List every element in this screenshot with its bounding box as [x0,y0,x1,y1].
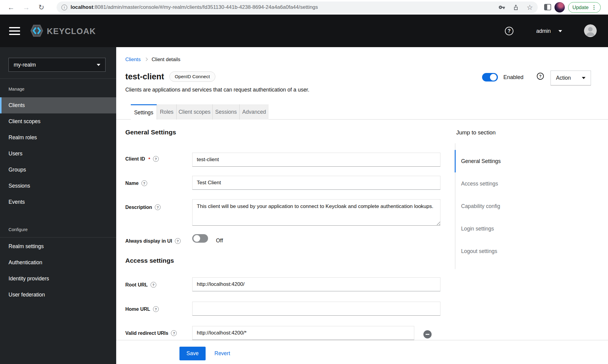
keycloak-admin-console: ← → ↻ i localhost:8081/admin/master/cons… [0,0,608,364]
page-subtitle: Clients are applications and services th… [125,87,309,93]
section-label-manage: Manage [9,87,24,92]
bookmark-star-icon[interactable]: ☆ [526,4,533,11]
jump-item-logout-settings[interactable]: Logout settings [455,240,583,262]
client-id-field[interactable] [192,153,440,167]
realm-name: my-realm [14,62,36,68]
sidebar-item-events[interactable]: Events [0,194,116,210]
user-avatar[interactable] [584,24,597,37]
section-label-configure: Configure [9,227,28,232]
jump-item-login-settings[interactable]: Login settings [455,217,583,240]
valid-redirect-uri-field[interactable] [192,326,414,340]
home-url-field[interactable] [192,302,440,316]
divider [0,237,116,237]
sidebar-item-user-federation[interactable]: User federation [0,287,116,303]
sidebar-item-identity-providers[interactable]: Identity providers [0,271,116,287]
keycloak-logo[interactable]: KEYCLOAK [29,23,96,40]
valid-redirect-uris-label: Valid redirect URIs [125,331,168,336]
forward-icon[interactable]: → [21,2,32,13]
home-url-label: Home URL [125,307,150,312]
side-panel-icon[interactable] [544,4,551,10]
description-help-icon[interactable]: ? [155,204,161,210]
always-display-label: Always display in UI [125,238,172,244]
jump-heading: Jump to section [456,129,583,136]
jump-item-general-settings[interactable]: General Settings [455,150,583,172]
page-title: test-client [125,72,164,81]
name-field[interactable] [192,176,440,190]
brand-text: KEYCLOAK [47,27,96,36]
sidebar-item-sessions[interactable]: Sessions [0,178,116,194]
keycloak-logo-icon [29,23,44,40]
update-label: Update [572,5,589,10]
url-host: localhost [71,4,93,10]
access-settings-heading: Access settings [125,257,174,264]
address-bar[interactable]: i localhost:8081/admin/master/console/#/… [57,2,538,13]
valid-redirect-help-icon[interactable]: ? [171,330,177,336]
user-menu[interactable]: admin [536,27,562,35]
breadcrumb-current: Client details [151,57,180,62]
always-display-help-icon[interactable]: ? [175,238,181,244]
sidebar-item-users[interactable]: Users [0,146,116,162]
always-display-state: Off [216,237,223,244]
client-id-help-icon[interactable]: ? [153,156,159,162]
tab-roles[interactable]: Roles [157,104,176,120]
site-info-icon[interactable]: i [61,5,67,10]
username: admin [536,28,551,34]
breadcrumb: Clients Client details [125,57,180,62]
required-asterisk: * [148,156,150,161]
root-url-field[interactable] [192,277,440,291]
hamburger-menu-icon[interactable] [9,27,20,35]
client-id-label: Client ID [125,156,145,162]
breadcrumb-clients-link[interactable]: Clients [125,57,141,62]
masthead: KEYCLOAK ? admin [0,15,608,47]
tab-settings[interactable]: Settings [131,104,157,120]
root-url-label: Root URL [125,282,148,288]
tab-sessions[interactable]: Sessions [212,104,239,120]
sidebar-item-realm-settings[interactable]: Realm settings [0,238,116,255]
tab-bar: Settings Roles Client scopes Sessions Ad… [116,104,608,120]
protocol-badge: OpenID Connect [169,71,215,82]
share-icon[interactable] [513,4,519,10]
browser-update-button[interactable]: Update ⋮ [568,2,601,13]
name-help-icon[interactable]: ? [141,180,147,186]
jump-to-section: Jump to section General Settings Access … [455,129,583,269]
browser-chrome: ← → ↻ i localhost:8081/admin/master/cons… [0,0,608,15]
save-button[interactable]: Save [179,347,206,360]
sidebar-item-authentication[interactable]: Authentication [0,255,116,271]
jump-item-access-settings[interactable]: Access settings [455,172,583,195]
help-icon[interactable]: ? [505,27,513,35]
remove-redirect-uri-icon[interactable] [423,330,432,338]
always-display-toggle[interactable] [192,234,208,243]
description-label: Description [125,205,152,210]
sidebar-item-clients[interactable]: Clients [0,97,116,113]
form-footer: Save Revert [116,340,608,364]
revert-button[interactable]: Revert [214,350,230,357]
tab-client-scopes[interactable]: Client scopes [176,104,212,120]
sidebar-item-groups[interactable]: Groups [0,162,116,178]
action-dropdown[interactable]: Action [551,71,591,85]
tab-advanced[interactable]: Advanced [239,104,269,120]
description-field[interactable]: This client will be used by your applica… [192,199,440,226]
action-label: Action [556,75,571,81]
chevron-down-icon [558,30,562,32]
realm-selector[interactable]: my-realm [9,58,106,72]
url-text: localhost:8081/admin/master/console/#/my… [71,4,318,10]
chevron-down-icon [97,64,100,66]
browser-profile-avatar[interactable] [554,2,565,12]
password-key-icon[interactable] [499,4,505,11]
sidebar: my-realm Manage Clients Client scopes Re… [0,47,116,364]
sidebar-item-client-scopes[interactable]: Client scopes [0,113,116,130]
enabled-help-icon[interactable]: ? [537,73,544,80]
browser-menu-icon[interactable]: ⋮ [591,4,596,11]
divider [0,78,116,79]
url-path: :8081/admin/master/console/#/my-realm/cl… [93,4,318,10]
sidebar-item-realm-roles[interactable]: Realm roles [0,130,116,146]
main-content: Clients Client details test-client OpenI… [116,47,608,364]
back-icon[interactable]: ← [5,2,16,13]
reload-icon[interactable]: ↻ [36,2,47,13]
chevron-right-icon [144,57,148,61]
chevron-down-icon [582,77,585,79]
root-url-help-icon[interactable]: ? [151,282,156,288]
jump-item-capability-config[interactable]: Capability config [455,195,583,217]
enabled-toggle[interactable] [482,73,498,81]
home-url-help-icon[interactable]: ? [153,306,159,312]
